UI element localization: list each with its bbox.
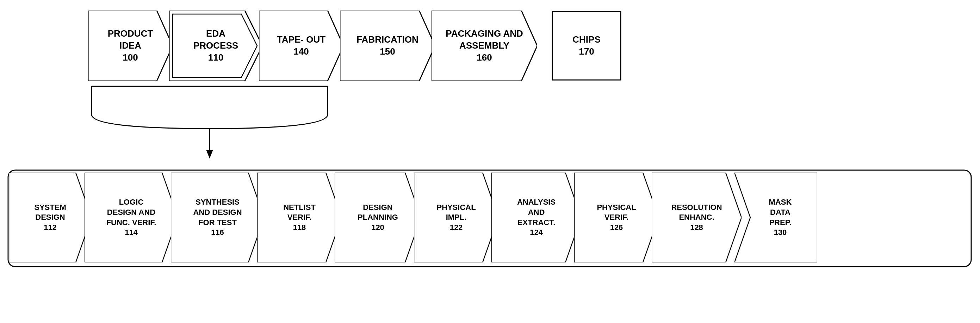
svg-marker-2 — [173, 14, 257, 78]
shape-product-idea: PRODUCT IDEA 100 — [88, 11, 173, 81]
svg-marker-12 — [257, 173, 342, 263]
shape-fabrication: FABRICATION 150 — [340, 11, 435, 81]
shape-design-planning: DESIGNPLANNING 120 — [335, 173, 421, 263]
svg-marker-5 — [431, 11, 537, 81]
shape-logic-design: LOGICDESIGN ANDFUNC. VERIF. 114 — [84, 173, 178, 263]
svg-marker-3 — [259, 11, 344, 81]
svg-marker-7 — [206, 150, 213, 159]
shape-packaging: PACKAGING AND ASSEMBLY 160 — [431, 11, 537, 81]
shape-synthesis: SYNTHESISAND DESIGNFOR TEST 116 — [171, 173, 264, 263]
svg-marker-4 — [340, 11, 435, 81]
svg-marker-11 — [171, 173, 264, 263]
shape-mask-data: MASKDATAPREP. 130 — [735, 173, 817, 263]
svg-marker-18 — [735, 173, 817, 263]
svg-marker-15 — [492, 173, 581, 263]
svg-rect-6 — [552, 12, 621, 80]
diagram-container: PRODUCT IDEA 100 EDA PROCESS 110 TA — [0, 0, 980, 323]
bottom-row: SYSTEMDESIGN 112 LOGICDESIGN ANDFUNC. VE… — [9, 173, 817, 263]
svg-marker-13 — [335, 173, 421, 263]
svg-marker-14 — [414, 173, 498, 263]
shape-physical-impl: PHYSICALIMPL. 122 — [414, 173, 498, 263]
shape-netlist: NETLISTVERIF. 118 — [257, 173, 342, 263]
shape-eda-process: EDA PROCESS 110 — [169, 11, 262, 81]
svg-marker-17 — [652, 173, 741, 263]
svg-marker-9 — [9, 173, 92, 263]
shape-system-design: SYSTEMDESIGN 112 — [9, 173, 92, 263]
shape-physical-verif: PHYSICALVERIF. 126 — [574, 173, 659, 263]
svg-marker-16 — [574, 173, 659, 263]
svg-marker-10 — [84, 173, 178, 263]
top-row: PRODUCT IDEA 100 EDA PROCESS 110 TA — [88, 11, 622, 81]
shape-chips: CHIPS 170 — [551, 11, 622, 81]
shape-resolution: RESOLUTIONENHANC. 128 — [652, 173, 741, 263]
shape-tapeout: TAPE- OUT 140 — [259, 11, 344, 81]
shape-analysis: ANALYSISANDEXTRACT. 124 — [492, 173, 581, 263]
svg-marker-0 — [88, 11, 173, 81]
